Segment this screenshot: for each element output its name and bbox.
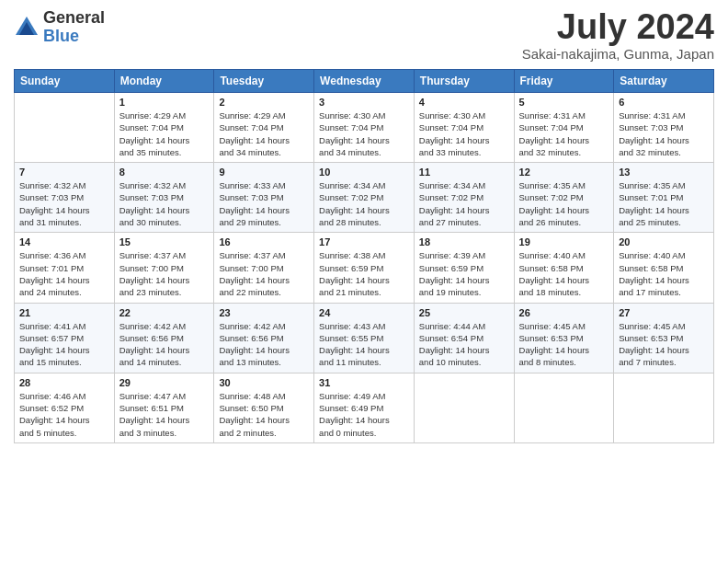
day-number: 19: [519, 236, 609, 247]
calendar-cell: 5Sunrise: 4:31 AM Sunset: 7:04 PM Daylig…: [514, 93, 614, 163]
header: General Blue July 2024 Sakai-nakajima, G…: [14, 9, 714, 62]
day-number: 15: [119, 236, 210, 247]
day-info: Sunrise: 4:32 AM Sunset: 7:03 PM Dayligh…: [19, 179, 109, 228]
day-number: 8: [119, 167, 210, 178]
calendar-cell: 14Sunrise: 4:36 AM Sunset: 7:01 PM Dayli…: [15, 233, 115, 303]
day-info: Sunrise: 4:46 AM Sunset: 6:52 PM Dayligh…: [19, 390, 109, 439]
calendar-cell: 25Sunrise: 4:44 AM Sunset: 6:54 PM Dayli…: [414, 303, 514, 373]
day-number: 9: [219, 167, 309, 178]
calendar-cell: 15Sunrise: 4:37 AM Sunset: 7:00 PM Dayli…: [114, 233, 214, 303]
day-info: Sunrise: 4:38 AM Sunset: 6:59 PM Dayligh…: [319, 249, 409, 298]
calendar-cell: [614, 373, 714, 442]
day-number: 21: [19, 307, 109, 318]
day-number: 29: [119, 377, 210, 388]
calendar-cell: 23Sunrise: 4:42 AM Sunset: 6:56 PM Dayli…: [214, 303, 314, 373]
day-info: Sunrise: 4:47 AM Sunset: 6:51 PM Dayligh…: [119, 390, 210, 439]
month-title: July 2024: [522, 9, 714, 44]
calendar-cell: 12Sunrise: 4:35 AM Sunset: 7:02 PM Dayli…: [514, 163, 614, 233]
day-number: 13: [619, 167, 709, 178]
col-header-monday: Monday: [114, 70, 214, 93]
day-info: Sunrise: 4:35 AM Sunset: 7:01 PM Dayligh…: [619, 179, 709, 228]
calendar-cell: 31Sunrise: 4:49 AM Sunset: 6:49 PM Dayli…: [314, 373, 415, 442]
week-row-0: 1Sunrise: 4:29 AM Sunset: 7:04 PM Daylig…: [15, 93, 714, 163]
calendar-cell: 17Sunrise: 4:38 AM Sunset: 6:59 PM Dayli…: [314, 233, 415, 303]
logo: General Blue: [14, 9, 105, 46]
day-info: Sunrise: 4:34 AM Sunset: 7:02 PM Dayligh…: [419, 179, 509, 228]
day-info: Sunrise: 4:33 AM Sunset: 7:03 PM Dayligh…: [219, 179, 309, 228]
day-info: Sunrise: 4:32 AM Sunset: 7:03 PM Dayligh…: [119, 179, 210, 228]
calendar-cell: 26Sunrise: 4:45 AM Sunset: 6:53 PM Dayli…: [514, 303, 614, 373]
logo-general: General: [43, 9, 105, 28]
day-number: 20: [619, 236, 709, 247]
calendar-cell: 11Sunrise: 4:34 AM Sunset: 7:02 PM Dayli…: [414, 163, 514, 233]
day-info: Sunrise: 4:40 AM Sunset: 6:58 PM Dayligh…: [619, 249, 709, 298]
calendar-cell: 28Sunrise: 4:46 AM Sunset: 6:52 PM Dayli…: [15, 373, 115, 442]
day-number: 30: [219, 377, 309, 388]
calendar-cell: 4Sunrise: 4:30 AM Sunset: 7:04 PM Daylig…: [414, 93, 514, 163]
day-number: 22: [119, 307, 210, 318]
calendar-cell: 7Sunrise: 4:32 AM Sunset: 7:03 PM Daylig…: [15, 163, 115, 233]
title-block: July 2024 Sakai-nakajima, Gunma, Japan: [522, 9, 714, 62]
calendar-cell: 10Sunrise: 4:34 AM Sunset: 7:02 PM Dayli…: [314, 163, 415, 233]
day-number: 6: [619, 97, 709, 108]
day-info: Sunrise: 4:30 AM Sunset: 7:04 PM Dayligh…: [419, 109, 509, 158]
calendar-cell: 2Sunrise: 4:29 AM Sunset: 7:04 PM Daylig…: [214, 93, 314, 163]
day-info: Sunrise: 4:40 AM Sunset: 6:58 PM Dayligh…: [519, 249, 609, 298]
day-info: Sunrise: 4:35 AM Sunset: 7:02 PM Dayligh…: [519, 179, 609, 228]
calendar-cell: 22Sunrise: 4:42 AM Sunset: 6:56 PM Dayli…: [114, 303, 214, 373]
day-info: Sunrise: 4:29 AM Sunset: 7:04 PM Dayligh…: [219, 109, 309, 158]
calendar-cell: 13Sunrise: 4:35 AM Sunset: 7:01 PM Dayli…: [614, 163, 714, 233]
calendar: SundayMondayTuesdayWednesdayThursdayFrid…: [14, 69, 714, 443]
col-header-tuesday: Tuesday: [214, 70, 314, 93]
calendar-header-row: SundayMondayTuesdayWednesdayThursdayFrid…: [15, 70, 714, 93]
day-number: 11: [419, 167, 509, 178]
col-header-thursday: Thursday: [414, 70, 514, 93]
day-info: Sunrise: 4:29 AM Sunset: 7:04 PM Dayligh…: [119, 109, 210, 158]
logo-text: General Blue: [43, 9, 105, 46]
calendar-cell: 20Sunrise: 4:40 AM Sunset: 6:58 PM Dayli…: [614, 233, 714, 303]
page: General Blue July 2024 Sakai-nakajima, G…: [0, 0, 728, 563]
calendar-cell: 3Sunrise: 4:30 AM Sunset: 7:04 PM Daylig…: [314, 93, 415, 163]
col-header-wednesday: Wednesday: [314, 70, 415, 93]
day-info: Sunrise: 4:41 AM Sunset: 6:57 PM Dayligh…: [19, 320, 109, 369]
day-info: Sunrise: 4:30 AM Sunset: 7:04 PM Dayligh…: [319, 109, 409, 158]
day-number: 26: [519, 307, 609, 318]
week-row-3: 21Sunrise: 4:41 AM Sunset: 6:57 PM Dayli…: [15, 303, 714, 373]
day-info: Sunrise: 4:43 AM Sunset: 6:55 PM Dayligh…: [319, 320, 409, 369]
calendar-cell: 29Sunrise: 4:47 AM Sunset: 6:51 PM Dayli…: [114, 373, 214, 442]
calendar-cell: 6Sunrise: 4:31 AM Sunset: 7:03 PM Daylig…: [614, 93, 714, 163]
calendar-cell: 18Sunrise: 4:39 AM Sunset: 6:59 PM Dayli…: [414, 233, 514, 303]
day-number: 27: [619, 307, 709, 318]
col-header-friday: Friday: [514, 70, 614, 93]
day-number: 31: [319, 377, 409, 388]
day-number: 2: [219, 97, 309, 108]
week-row-1: 7Sunrise: 4:32 AM Sunset: 7:03 PM Daylig…: [15, 163, 714, 233]
day-number: 17: [319, 236, 409, 247]
calendar-cell: [15, 93, 115, 163]
day-info: Sunrise: 4:42 AM Sunset: 6:56 PM Dayligh…: [119, 320, 210, 369]
day-number: 1: [119, 97, 210, 108]
calendar-cell: 27Sunrise: 4:45 AM Sunset: 6:53 PM Dayli…: [614, 303, 714, 373]
calendar-cell: 16Sunrise: 4:37 AM Sunset: 7:00 PM Dayli…: [214, 233, 314, 303]
day-info: Sunrise: 4:44 AM Sunset: 6:54 PM Dayligh…: [419, 320, 509, 369]
day-info: Sunrise: 4:45 AM Sunset: 6:53 PM Dayligh…: [519, 320, 609, 369]
day-number: 25: [419, 307, 509, 318]
logo-blue: Blue: [43, 28, 105, 46]
calendar-cell: 1Sunrise: 4:29 AM Sunset: 7:04 PM Daylig…: [114, 93, 214, 163]
logo-icon: [14, 15, 40, 40]
calendar-cell: [514, 373, 614, 442]
day-info: Sunrise: 4:49 AM Sunset: 6:49 PM Dayligh…: [319, 390, 409, 439]
calendar-cell: 24Sunrise: 4:43 AM Sunset: 6:55 PM Dayli…: [314, 303, 415, 373]
day-number: 4: [419, 97, 509, 108]
day-number: 18: [419, 236, 509, 247]
day-number: 12: [519, 167, 609, 178]
week-row-4: 28Sunrise: 4:46 AM Sunset: 6:52 PM Dayli…: [15, 373, 714, 442]
day-number: 24: [319, 307, 409, 318]
day-info: Sunrise: 4:42 AM Sunset: 6:56 PM Dayligh…: [219, 320, 309, 369]
day-info: Sunrise: 4:45 AM Sunset: 6:53 PM Dayligh…: [619, 320, 709, 369]
calendar-cell: 8Sunrise: 4:32 AM Sunset: 7:03 PM Daylig…: [114, 163, 214, 233]
day-number: 5: [519, 97, 609, 108]
calendar-cell: 21Sunrise: 4:41 AM Sunset: 6:57 PM Dayli…: [15, 303, 115, 373]
day-info: Sunrise: 4:37 AM Sunset: 7:00 PM Dayligh…: [119, 249, 210, 298]
day-number: 14: [19, 236, 109, 247]
